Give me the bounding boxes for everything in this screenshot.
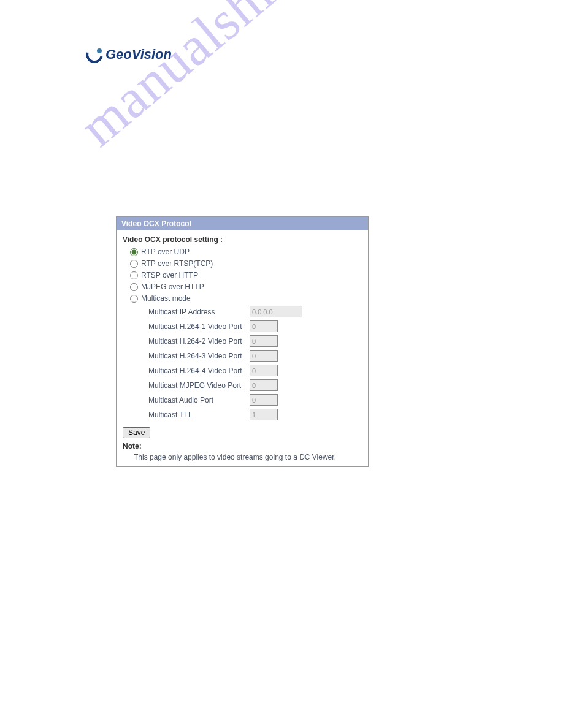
input-audio-port[interactable]: [250, 394, 278, 406]
radio-rtp-rtsp[interactable]: [130, 260, 138, 268]
input-h264-2[interactable]: [250, 335, 278, 347]
label-h264-4: Multicast H.264-4 Video Port: [148, 366, 250, 375]
option-multicast[interactable]: Multicast mode: [130, 294, 362, 303]
label-h264-2: Multicast H.264-2 Video Port: [148, 337, 250, 346]
label-audio-port: Multicast Audio Port: [148, 396, 250, 404]
panel-body: Video OCX protocol setting : RTP over UD…: [117, 230, 368, 466]
label-rtsp-http: RTSP over HTTP: [141, 271, 198, 279]
watermark-text: manualshive.com: [67, 0, 412, 159]
input-mjpeg-port[interactable]: [250, 379, 278, 391]
label-mjpeg-port: Multicast MJPEG Video Port: [148, 381, 250, 390]
input-h264-3[interactable]: [250, 350, 278, 362]
radio-mjpeg-http[interactable]: [130, 283, 138, 291]
radio-rtp-udp[interactable]: [130, 248, 138, 256]
radio-rtsp-http[interactable]: [130, 271, 138, 279]
label-ttl: Multicast TTL: [148, 411, 250, 419]
row-mjpeg-port: Multicast MJPEG Video Port: [148, 379, 362, 391]
panel-header: Video OCX Protocol: [117, 217, 368, 230]
label-h264-1: Multicast H.264-1 Video Port: [148, 322, 250, 331]
logo-icon: [86, 46, 103, 63]
note-label: Note:: [123, 442, 362, 450]
option-rtp-udp[interactable]: RTP over UDP: [130, 248, 362, 256]
multicast-fields: Multicast IP Address Multicast H.264-1 V…: [148, 306, 362, 420]
label-rtp-udp: RTP over UDP: [141, 248, 190, 256]
label-multicast: Multicast mode: [141, 294, 191, 303]
label-rtp-rtsp: RTP over RTSP(TCP): [141, 259, 213, 268]
option-rtsp-http[interactable]: RTSP over HTTP: [130, 271, 362, 279]
row-h264-4: Multicast H.264-4 Video Port: [148, 365, 362, 376]
note-text: This page only applies to video streams …: [134, 453, 362, 461]
row-h264-2: Multicast H.264-2 Video Port: [148, 335, 362, 347]
row-ttl: Multicast TTL: [148, 409, 362, 420]
label-h264-3: Multicast H.264-3 Video Port: [148, 352, 250, 360]
row-h264-1: Multicast H.264-1 Video Port: [148, 320, 362, 332]
option-mjpeg-http[interactable]: MJPEG over HTTP: [130, 282, 362, 291]
radio-multicast[interactable]: [130, 295, 138, 303]
save-button[interactable]: Save: [123, 427, 150, 438]
input-multicast-ip[interactable]: [250, 306, 302, 317]
video-ocx-panel: Video OCX Protocol Video OCX protocol se…: [116, 216, 369, 467]
section-title: Video OCX protocol setting :: [123, 235, 362, 244]
input-h264-1[interactable]: [250, 320, 278, 332]
logo-text-vision: Vision: [132, 47, 172, 63]
label-mjpeg-http: MJPEG over HTTP: [141, 282, 204, 291]
logo-text-geo: Geo: [105, 47, 132, 63]
row-audio-port: Multicast Audio Port: [148, 394, 362, 406]
label-multicast-ip: Multicast IP Address: [148, 308, 250, 316]
brand-logo: GeoVision: [86, 46, 172, 63]
row-h264-3: Multicast H.264-3 Video Port: [148, 350, 362, 362]
option-rtp-rtsp[interactable]: RTP over RTSP(TCP): [130, 259, 362, 268]
input-h264-4[interactable]: [250, 365, 278, 376]
input-ttl[interactable]: [250, 409, 278, 420]
row-multicast-ip: Multicast IP Address: [148, 306, 362, 317]
